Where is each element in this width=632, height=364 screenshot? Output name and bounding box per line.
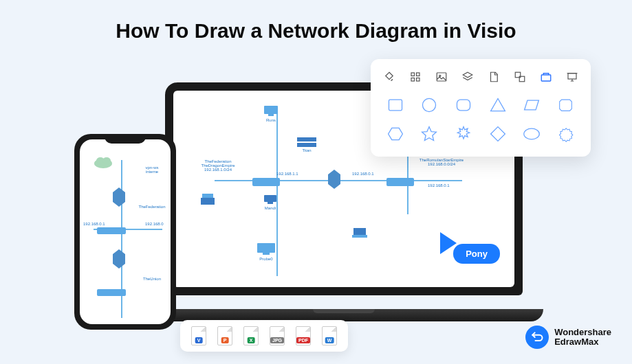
file-format-row: V P X JPG PDF W — [180, 320, 348, 352]
shapes-icon[interactable] — [540, 71, 552, 83]
node-laptop-small — [352, 228, 367, 239]
brand-line2: EdrawMax — [554, 337, 611, 347]
svg-rect-35 — [457, 100, 470, 111]
pony-badge[interactable]: Pony — [453, 244, 500, 264]
shape-circle[interactable] — [417, 95, 442, 115]
phone-node-router2 — [113, 249, 125, 270]
node-federation: TheFederation TheDragonEmpire 192.168.1.… — [194, 159, 242, 172]
file-excel[interactable]: X — [242, 326, 260, 346]
svg-rect-0 — [264, 106, 278, 114]
svg-rect-14 — [353, 228, 366, 235]
svg-point-36 — [524, 128, 540, 139]
svg-rect-20 — [97, 227, 126, 234]
node-router1 — [328, 170, 340, 190]
phone-mockup: vpn-ws interne TheFederation 192.168.0.1… — [74, 134, 176, 330]
svg-rect-9 — [264, 195, 276, 202]
shape-seal[interactable] — [554, 124, 578, 144]
file-pdf[interactable]: PDF — [294, 326, 312, 346]
shape-chamfered-rect[interactable] — [554, 95, 578, 115]
shape-burst[interactable] — [451, 124, 476, 144]
node-titan: Titan — [297, 137, 316, 152]
page-title: How To Draw a Network Diagram in Visio — [0, 0, 632, 43]
svg-rect-32 — [568, 73, 576, 79]
file-jpg[interactable]: JPG — [268, 326, 286, 346]
phone-node-ip2: 192.168.0 — [145, 222, 164, 226]
shape-rectangle[interactable] — [383, 95, 408, 115]
svg-rect-12 — [263, 253, 270, 255]
svg-marker-19 — [113, 187, 125, 207]
svg-rect-6 — [386, 178, 414, 186]
fill-icon[interactable] — [383, 71, 395, 83]
svg-rect-27 — [437, 73, 446, 81]
svg-rect-33 — [389, 100, 402, 111]
file-word[interactable]: W — [320, 326, 338, 346]
shape-hexagon[interactable] — [383, 124, 408, 144]
brand-logo-icon — [525, 326, 549, 349]
page-icon[interactable] — [488, 71, 500, 83]
svg-rect-2 — [297, 137, 316, 141]
image-icon[interactable] — [435, 71, 448, 83]
node-ip1: 192.168.1.1 — [276, 172, 298, 176]
node-runs: Runs — [263, 104, 279, 122]
phone-node-switch — [97, 227, 126, 236]
shape-ellipse[interactable] — [520, 124, 545, 144]
svg-point-34 — [423, 98, 436, 111]
grid-icon[interactable] — [409, 71, 422, 83]
svg-rect-7 — [202, 194, 213, 198]
svg-point-18 — [102, 157, 111, 164]
svg-rect-1 — [268, 114, 274, 116]
svg-rect-4 — [252, 178, 280, 186]
svg-rect-8 — [201, 198, 215, 205]
arrange-icon[interactable] — [514, 71, 526, 83]
svg-rect-10 — [268, 202, 273, 204]
svg-rect-23 — [411, 73, 415, 76]
svg-rect-11 — [257, 243, 275, 253]
svg-rect-3 — [297, 143, 316, 147]
layers-icon[interactable] — [461, 71, 474, 83]
brand: Wondershare EdrawMax — [525, 326, 611, 349]
shapes-panel — [371, 59, 591, 157]
brand-line1: Wondershare — [554, 328, 611, 337]
node-ip3: 192.168.0.1 — [428, 183, 450, 187]
svg-marker-5 — [328, 170, 340, 189]
shape-rounded-rect[interactable] — [451, 95, 476, 115]
node-ip2: 192.168.0.1 — [352, 172, 374, 176]
phone-node-router — [113, 187, 125, 208]
phone-node-union: TheUnion — [138, 277, 166, 281]
phone-canvas: vpn-ws interne TheFederation 192.168.0.1… — [80, 139, 171, 324]
file-powerpoint[interactable]: P — [216, 326, 234, 346]
file-visio[interactable]: V — [190, 326, 208, 346]
node-switch2 — [386, 178, 414, 187]
node-probe: Probe0 — [256, 242, 276, 261]
svg-rect-15 — [352, 235, 367, 238]
svg-rect-22 — [97, 289, 126, 296]
toolbar-row — [383, 69, 578, 85]
phone-node-switch2 — [97, 289, 126, 297]
phone-node-ip: 192.168.0.1 — [83, 222, 105, 226]
node-printer — [201, 194, 215, 206]
svg-rect-26 — [417, 78, 420, 82]
shape-triangle[interactable] — [486, 95, 510, 115]
phone-node-federation: TheFederation — [135, 205, 169, 209]
svg-rect-31 — [541, 75, 551, 81]
shape-diamond[interactable] — [486, 124, 510, 144]
presentation-icon[interactable] — [566, 71, 578, 83]
svg-marker-21 — [113, 249, 125, 269]
node-mandi: Mandi — [263, 194, 278, 210]
node-switch1 — [252, 178, 280, 187]
phone-node-cloud — [94, 156, 113, 170]
svg-rect-25 — [411, 78, 415, 82]
phone-node-vpn: vpn-ws interne — [138, 166, 166, 174]
shape-parallelogram[interactable] — [520, 95, 545, 115]
shapes-grid — [383, 95, 578, 144]
shape-star[interactable] — [417, 124, 442, 144]
svg-rect-24 — [417, 73, 420, 76]
